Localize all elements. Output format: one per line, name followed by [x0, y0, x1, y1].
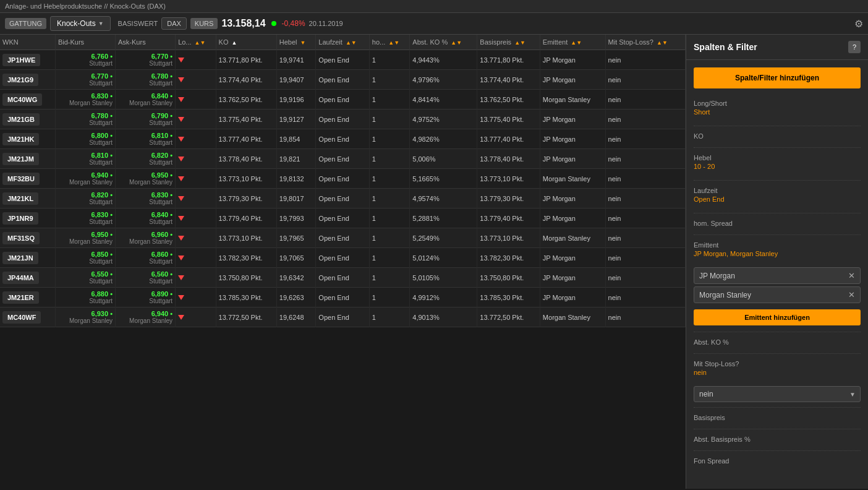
settings-icon[interactable]: ⚙	[854, 18, 863, 30]
table-row[interactable]: MC40WG 6,830 • Morgan Stanley 6,840 • Mo…	[0, 90, 686, 110]
cell-abst-ko: 5,006%	[410, 149, 477, 169]
cell-hom: 1	[369, 208, 409, 228]
add-emittent-button[interactable]: Emittent hinzufügen	[694, 309, 861, 325]
cell-bid: 6,940 • Morgan Stanley	[55, 169, 115, 189]
add-filter-button[interactable]: Spalte/Filter hinzufügen	[694, 67, 861, 88]
col-hom[interactable]: ho... ▲▼	[369, 35, 409, 50]
cell-emittent: Morgan Stanley	[540, 228, 605, 248]
cell-abst-ko: 5,2881%	[410, 208, 477, 228]
table-row[interactable]: JM21G9 6,770 • Stuttgart 6,780 • Stuttga…	[0, 70, 686, 90]
cell-hom: 1	[369, 288, 409, 307]
cell-hom: 1	[369, 228, 409, 248]
divider-4	[694, 213, 861, 213]
col-bid[interactable]: Bid-Kurs	[55, 35, 115, 50]
emittent-tag-jp-morgan-label: JP Morgan	[699, 272, 735, 280]
cell-hebel: 19,8132	[276, 169, 316, 189]
cell-ask: 6,840 • Morgan Stanley	[116, 90, 176, 110]
data-table: WKN Bid-Kurs Ask-Kurs Lo... ▲▼ KO ▲ Hebe…	[0, 35, 686, 327]
cell-bid: 6,950 • Morgan Stanley	[55, 228, 115, 248]
table-row[interactable]: MC40WF 6,930 • Morgan Stanley 6,940 • Mo…	[0, 307, 686, 327]
main-layout: WKN Bid-Kurs Ask-Kurs Lo... ▲▼ KO ▲ Hebe…	[0, 35, 868, 489]
divider-10	[694, 450, 861, 451]
cell-basispreis: 13.775,40 Pkt.	[477, 110, 540, 129]
cell-laufzeit: Open End	[316, 268, 370, 288]
remove-morgan-stanley-icon[interactable]: ✕	[848, 290, 855, 299]
cell-abst-ko: 4,9574%	[410, 189, 477, 208]
cell-hom: 1	[369, 90, 409, 110]
help-button[interactable]: ?	[848, 41, 861, 53]
cell-bid: 6,830 • Stuttgart	[55, 208, 115, 228]
cell-abst-ko: 4,9912%	[410, 288, 477, 307]
gattung-dropdown[interactable]: Knock-Outs ▼	[50, 16, 111, 31]
cell-ko: 13.762,50 Pkt.	[216, 90, 276, 110]
hebel-value: 10 - 20	[694, 163, 861, 170]
cell-laufzeit: Open End	[316, 248, 370, 268]
right-panel: Spalten & Filter ? Spalte/Filter hinzufü…	[686, 35, 868, 489]
col-basispreis[interactable]: Basispreis ▲▼	[477, 35, 540, 50]
cell-hom: 1	[369, 169, 409, 189]
kurs-change: -0,48%	[282, 19, 305, 28]
table-row[interactable]: MF32BU 6,940 • Morgan Stanley 6,950 • Mo…	[0, 169, 686, 189]
col-laufzeit[interactable]: Laufzeit ▲▼	[316, 35, 370, 50]
cell-bid: 6,780 • Stuttgart	[55, 110, 115, 129]
cell-wkn: JM21ER	[0, 288, 55, 307]
col-wkn[interactable]: WKN	[0, 35, 55, 50]
filter-abst-ko: Abst. KO %	[686, 335, 868, 351]
cell-ask: 6,790 • Stuttgart	[116, 110, 176, 129]
table-row[interactable]: JP44MA 6,550 • Stuttgart 6,560 • Stuttga…	[0, 268, 686, 288]
cell-hebel: 19,8017	[276, 189, 316, 208]
table-row[interactable]: JM21JN 6,850 • Stuttgart 6,860 • Stuttga…	[0, 248, 686, 268]
top-bar: Anlage- und Hebelproduktsuche // Knock-O…	[0, 0, 868, 13]
filter-abst-basispreis: Abst. Basispreis %	[686, 432, 868, 448]
table-row[interactable]: JP1HWE 6,760 • Stuttgart 6,770 • Stuttga…	[0, 50, 686, 70]
filter-hom-spread: hom. Spread	[686, 216, 868, 232]
col-ko[interactable]: KO ▲	[216, 35, 276, 50]
table-row[interactable]: JP1NR9 6,830 • Stuttgart 6,840 • Stuttga…	[0, 208, 686, 228]
col-ask[interactable]: Ask-Kurs	[116, 35, 176, 50]
col-abst-ko[interactable]: Abst. KO % ▲▼	[410, 35, 477, 50]
cell-stop-loss: nein	[605, 208, 685, 228]
table-row[interactable]: MF31SQ 6,950 • Morgan Stanley 6,960 • Mo…	[0, 228, 686, 248]
col-stop-loss[interactable]: Mit Stop-Loss? ▲▼	[605, 35, 685, 50]
cell-emittent: JP Morgan	[540, 50, 605, 70]
filter-stop-loss: Mit Stop-Loss? nein	[686, 356, 868, 384]
table-row[interactable]: JM21HK 6,800 • Stuttgart 6,810 • Stuttga…	[0, 129, 686, 149]
col-emittent[interactable]: Emittent ▲▼	[540, 35, 605, 50]
cell-stop-loss: nein	[605, 189, 685, 208]
basiswert-label: BASISWERT	[118, 20, 158, 27]
cell-bid: 6,550 • Stuttgart	[55, 268, 115, 288]
col-lo[interactable]: Lo... ▲▼	[176, 35, 216, 50]
cell-basispreis: 13.777,40 Pkt.	[477, 129, 540, 149]
stop-loss-select[interactable]: nein ja	[694, 386, 861, 402]
cell-emittent: Morgan Stanley	[540, 90, 605, 110]
right-panel-header: Spalten & Filter ?	[686, 35, 868, 60]
table-area[interactable]: WKN Bid-Kurs Ask-Kurs Lo... ▲▼ KO ▲ Hebe…	[0, 35, 686, 489]
cell-ko: 13.771,80 Pkt.	[216, 50, 276, 70]
table-row[interactable]: JM21KL 6,820 • Stuttgart 6,830 • Stuttga…	[0, 189, 686, 208]
col-hebel[interactable]: Hebel ▼	[276, 35, 316, 50]
cell-laufzeit: Open End	[316, 307, 370, 327]
kurs-date: 20.11.2019	[309, 20, 343, 27]
fon-spread-label: Fon Spread	[694, 457, 861, 465]
table-row[interactable]: JM21JM 6,810 • Stuttgart 6,820 • Stuttga…	[0, 149, 686, 169]
cell-wkn: JM21HK	[0, 129, 55, 149]
cell-abst-ko: 4,9796%	[410, 70, 477, 90]
divider-9	[694, 429, 861, 429]
cell-emittent: JP Morgan	[540, 208, 605, 228]
cell-wkn: JP44MA	[0, 268, 55, 288]
cell-basispreis: 13.762,50 Pkt.	[477, 90, 540, 110]
cell-wkn: JP1NR9	[0, 208, 55, 228]
cell-hebel: 19,7993	[276, 208, 316, 228]
cell-basispreis: 13.773,10 Pkt.	[477, 169, 540, 189]
cell-emittent: JP Morgan	[540, 110, 605, 129]
cell-lo	[176, 268, 216, 288]
cell-basispreis: 13.778,40 Pkt.	[477, 149, 540, 169]
cell-stop-loss: nein	[605, 307, 685, 327]
remove-jp-morgan-icon[interactable]: ✕	[848, 271, 855, 280]
cell-ask: 6,940 • Morgan Stanley	[116, 307, 176, 327]
cell-stop-loss: nein	[605, 129, 685, 149]
cell-lo	[176, 307, 216, 327]
table-row[interactable]: JM21ER 6,880 • Stuttgart 6,890 • Stuttga…	[0, 288, 686, 307]
table-row[interactable]: JM21GB 6,780 • Stuttgart 6,790 • Stuttga…	[0, 110, 686, 129]
cell-bid: 6,760 • Stuttgart	[55, 50, 115, 70]
